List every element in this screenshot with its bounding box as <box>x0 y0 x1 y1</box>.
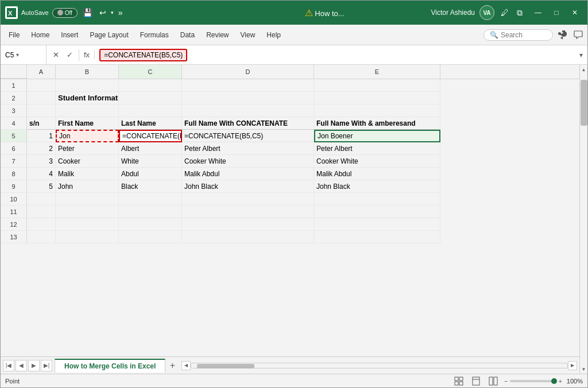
user-avatar[interactable]: VA <box>479 5 494 20</box>
cell-b13[interactable] <box>56 231 119 243</box>
h-scroll-left[interactable]: ◀ <box>181 361 191 370</box>
cell-b6[interactable]: Peter <box>56 142 119 155</box>
row-header-8[interactable]: 8 <box>1 168 27 180</box>
cell-e7[interactable]: Cooker White <box>314 155 440 168</box>
formula-cancel-button[interactable]: ✕ <box>50 49 61 61</box>
cell-d5[interactable]: =CONCATENATE(B5,C5) CONCATENATE(text1, [… <box>182 130 314 142</box>
cell-c1[interactable] <box>119 79 182 92</box>
save-button[interactable]: 💾 <box>81 7 94 18</box>
page-layout-view-button[interactable] <box>470 376 482 386</box>
cell-a5[interactable]: 1 <box>27 130 56 142</box>
row-header-6[interactable]: 6 <box>1 142 27 155</box>
minimize-button[interactable]: — <box>530 6 546 19</box>
sheet-tab-active[interactable]: How to Merge Cells in Excel <box>55 359 165 373</box>
cell-e6[interactable]: Peter Albert <box>314 142 440 155</box>
cell-c2[interactable] <box>119 92 182 104</box>
cell-a3[interactable] <box>27 104 56 117</box>
menu-file[interactable]: File <box>3 29 25 41</box>
cell-e10[interactable] <box>314 193 440 205</box>
cell-e8[interactable]: Malik Abdul <box>314 168 440 180</box>
cell-b3[interactable] <box>56 104 119 117</box>
col-header-a[interactable]: A <box>27 65 56 79</box>
cell-a13[interactable] <box>27 231 56 243</box>
cell-e3[interactable] <box>314 104 440 117</box>
cell-a4[interactable]: s/n <box>27 117 56 130</box>
restore-down-button[interactable]: ⧉ <box>515 7 524 19</box>
cell-c11[interactable] <box>119 205 182 218</box>
cell-ref-dropdown[interactable]: ▾ <box>16 52 19 58</box>
row-header-9[interactable]: 9 <box>1 180 27 193</box>
cell-d1[interactable] <box>182 79 314 92</box>
row-header-11[interactable]: 11 <box>1 205 27 218</box>
menu-page-layout[interactable]: Page Layout <box>84 29 134 41</box>
menu-review[interactable]: Review <box>200 29 234 41</box>
zoom-minus-button[interactable]: − <box>504 378 508 385</box>
cell-e2[interactable] <box>314 92 440 104</box>
cell-a10[interactable] <box>27 193 56 205</box>
cell-e1[interactable] <box>314 79 440 92</box>
vertical-scrollbar[interactable]: ▲ ▼ <box>579 65 587 374</box>
scroll-track[interactable] <box>580 74 588 364</box>
menu-view[interactable]: View <box>235 29 261 41</box>
cell-e5[interactable]: Jon Boener <box>314 130 440 142</box>
cell-d3[interactable] <box>182 104 314 117</box>
cell-e12[interactable] <box>314 218 440 231</box>
cell-c7[interactable]: White <box>119 155 182 168</box>
zoom-slider[interactable] <box>510 380 556 382</box>
scroll-up-arrow[interactable]: ▲ <box>580 65 588 74</box>
cell-d12[interactable] <box>182 218 314 231</box>
menu-insert[interactable]: Insert <box>55 29 84 41</box>
h-scroll-track[interactable] <box>191 363 568 368</box>
cell-d11[interactable] <box>182 205 314 218</box>
cell-b9[interactable]: John <box>56 180 119 193</box>
cell-d4[interactable]: Full Name With CONCATENATE <box>182 117 314 130</box>
cell-c12[interactable] <box>119 218 182 231</box>
col-header-e[interactable]: E <box>314 65 440 79</box>
search-box[interactable]: 🔍 <box>483 29 553 41</box>
cell-a9[interactable]: 5 <box>27 180 56 193</box>
cell-b8[interactable]: Malik <box>56 168 119 180</box>
tab-nav-next[interactable]: ▶ <box>28 360 40 371</box>
cell-c10[interactable] <box>119 193 182 205</box>
undo-button[interactable]: ↩ <box>98 7 108 18</box>
cell-b11[interactable] <box>56 205 119 218</box>
h-scroll-thumb[interactable] <box>197 364 254 368</box>
scroll-thumb[interactable] <box>581 80 587 126</box>
customize-ribbon-button[interactable]: 🖊 <box>499 7 510 18</box>
zoom-slider-thumb[interactable] <box>551 378 557 384</box>
row-header-4[interactable]: 4 <box>1 117 27 130</box>
row-header-10[interactable]: 10 <box>1 193 27 205</box>
row-header-7[interactable]: 7 <box>1 155 27 168</box>
row-header-5[interactable]: 5 <box>1 130 27 142</box>
cell-c9[interactable]: Black <box>119 180 182 193</box>
cell-c4[interactable]: Last Name <box>119 117 182 130</box>
cell-d2[interactable] <box>182 92 314 104</box>
row-header-3[interactable]: 3 <box>1 104 27 117</box>
cell-a1[interactable] <box>27 79 56 92</box>
cell-a8[interactable]: 4 <box>27 168 56 180</box>
cell-d13[interactable] <box>182 231 314 243</box>
row-header-2[interactable]: 2 <box>1 92 27 104</box>
cell-c8[interactable]: Abdul <box>119 168 182 180</box>
menu-home[interactable]: Home <box>25 29 55 41</box>
cell-b5[interactable]: Jon <box>56 130 119 142</box>
menu-formulas[interactable]: Formulas <box>134 29 175 41</box>
share-button[interactable] <box>555 28 569 42</box>
tab-nav-last[interactable]: ▶| <box>41 360 52 371</box>
cell-d9[interactable]: John Black <box>182 180 314 193</box>
cell-b7[interactable]: Cooker <box>56 155 119 168</box>
col-header-d[interactable]: D <box>182 65 314 79</box>
cell-e4[interactable]: Full Name With & amberesand <box>314 117 440 130</box>
normal-view-button[interactable] <box>452 376 465 386</box>
cell-e9[interactable]: John Black <box>314 180 440 193</box>
page-break-view-button[interactable] <box>487 376 500 386</box>
cell-b2[interactable]: Student Information <box>56 92 119 104</box>
cell-a12[interactable] <box>27 218 56 231</box>
undo-dropdown-button[interactable]: ▾ <box>109 9 115 17</box>
cell-c5[interactable]: =CONCATENATE(B5,C5) <box>119 130 182 142</box>
formula-bar-dropdown[interactable]: ▾ <box>579 51 587 59</box>
cell-e13[interactable] <box>314 231 440 243</box>
col-header-c[interactable]: C <box>119 65 182 79</box>
close-button[interactable]: ✕ <box>567 6 583 19</box>
cell-a6[interactable]: 2 <box>27 142 56 155</box>
